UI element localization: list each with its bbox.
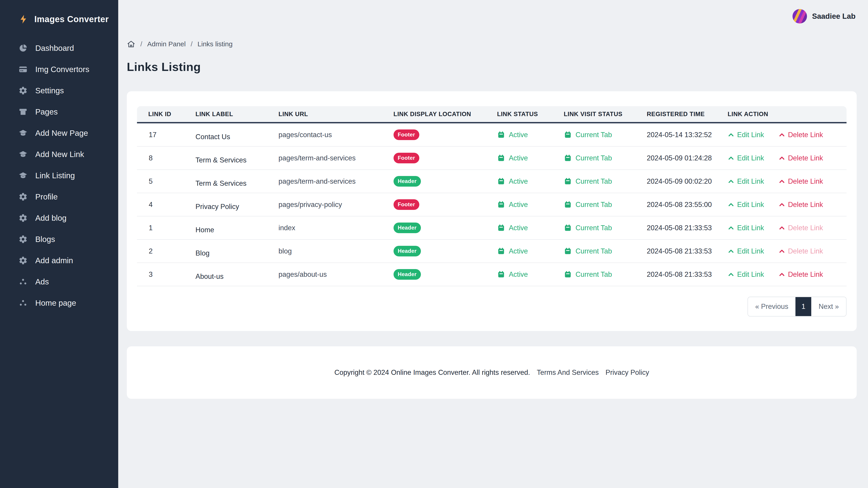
- cell-link-label[interactable]: Term & Services: [192, 170, 275, 193]
- sidebar-item-home-page[interactable]: Home page: [0, 292, 118, 314]
- table-row: 17 Contact Us pages/contact-us Footer Ac…: [137, 123, 846, 147]
- edit-link-button[interactable]: Edit Link: [727, 177, 764, 186]
- gear-icon: [19, 235, 28, 244]
- location-badge: Header: [394, 269, 421, 280]
- footer-link-terms[interactable]: Terms And Services: [537, 368, 599, 377]
- location-badge: Footer: [394, 199, 419, 210]
- status-text: Active: [509, 247, 528, 255]
- cell-link-label[interactable]: Privacy Policy: [192, 193, 275, 217]
- sidebar-item-link-listing[interactable]: Link Listing: [0, 165, 118, 186]
- delete-link-button[interactable]: Delete Link: [778, 224, 823, 232]
- gear-icon: [19, 256, 28, 265]
- chevron-up-icon: [778, 225, 785, 231]
- delete-link-button[interactable]: Delete Link: [778, 270, 823, 279]
- sidebar-item-pages[interactable]: Pages: [0, 101, 118, 123]
- pagination-previous-button[interactable]: « Previous: [748, 297, 796, 316]
- sidebar-item-add-new-page[interactable]: Add New Page: [0, 123, 118, 144]
- footer-link-privacy[interactable]: Privacy Policy: [606, 368, 649, 377]
- breadcrumb-separator: /: [191, 40, 192, 48]
- cell-link-label[interactable]: Blog: [192, 240, 275, 263]
- delete-link-button[interactable]: Delete Link: [778, 247, 823, 255]
- delete-link-button[interactable]: Delete Link: [778, 154, 823, 162]
- cell-link-url[interactable]: pages/term-and-services: [275, 170, 391, 193]
- col-registered-time: Registered Time: [644, 106, 724, 123]
- sidebar-item-settings[interactable]: Settings: [0, 80, 118, 101]
- cell-link-label[interactable]: Home: [192, 217, 275, 240]
- cell-display-location: Footer: [391, 193, 494, 217]
- brand-logo[interactable]: Images Converter: [0, 12, 118, 27]
- sidebar-item-img-convertors[interactable]: Img Convertors: [0, 59, 118, 80]
- cell-link-url[interactable]: index: [275, 217, 391, 240]
- edit-link-button[interactable]: Edit Link: [727, 247, 764, 255]
- copyright-text: Copyright © 2024 Online Images Converter…: [334, 368, 530, 377]
- visit-status-text: Current Tab: [576, 247, 612, 255]
- user-menu[interactable]: Saadiee Lab: [793, 9, 856, 24]
- status-text: Active: [509, 177, 528, 186]
- sidebar-item-label: Blogs: [35, 235, 55, 244]
- edit-link-button[interactable]: Edit Link: [727, 270, 764, 279]
- sidebar-item-ads[interactable]: Ads: [0, 271, 118, 292]
- pagination-current-page[interactable]: 1: [796, 297, 811, 316]
- sidebar-item-label: Home page: [35, 298, 76, 307]
- sidebar-item-add-admin[interactable]: Add admin: [0, 250, 118, 271]
- chevron-up-icon: [727, 155, 735, 162]
- breadcrumb-admin-panel[interactable]: Admin Panel: [147, 40, 186, 48]
- calendar-icon: [564, 270, 572, 279]
- calendar-icon: [564, 247, 572, 255]
- location-badge: Footer: [394, 129, 419, 140]
- sidebar-item-add-blog[interactable]: Add blog: [0, 207, 118, 229]
- chevron-up-icon: [778, 201, 785, 208]
- gear-icon: [19, 214, 28, 223]
- edit-link-button[interactable]: Edit Link: [727, 201, 764, 209]
- edit-link-button[interactable]: Edit Link: [727, 154, 764, 162]
- app-root: Images Converter Dashboard Img Convertor…: [0, 0, 868, 488]
- chevron-up-icon: [778, 178, 785, 185]
- edit-link-button[interactable]: Edit Link: [727, 131, 764, 139]
- cell-link-url[interactable]: pages/privacy-policy: [275, 193, 391, 217]
- calendar-icon: [497, 131, 505, 139]
- edit-link-button[interactable]: Edit Link: [727, 224, 764, 232]
- cell-display-location: Footer: [391, 147, 494, 170]
- home-icon[interactable]: [127, 40, 135, 48]
- sidebar-item-dashboard[interactable]: Dashboard: [0, 37, 118, 59]
- sidebar-item-label: Dashboard: [35, 43, 74, 53]
- sidebar-item-label: Img Convertors: [35, 65, 89, 74]
- delete-link-button[interactable]: Delete Link: [778, 131, 823, 139]
- cell-link-url[interactable]: blog: [275, 240, 391, 263]
- status-text: Active: [509, 270, 528, 279]
- cell-visit-status: Current Tab: [561, 217, 644, 240]
- cell-link-url[interactable]: pages/about-us: [275, 263, 391, 286]
- sidebar-item-profile[interactable]: Profile: [0, 186, 118, 207]
- graduation-cap-icon: [19, 171, 28, 180]
- sidebar-item-blogs[interactable]: Blogs: [0, 229, 118, 250]
- chevron-up-icon: [727, 225, 735, 231]
- sidebar-item-add-new-link[interactable]: Add New Link: [0, 144, 118, 165]
- cell-link-action: Edit Link Delete Link: [724, 193, 846, 217]
- status-text: Active: [509, 224, 528, 232]
- delete-link-button[interactable]: Delete Link: [778, 177, 823, 186]
- cell-link-label[interactable]: About-us: [192, 263, 275, 286]
- delete-link-button[interactable]: Delete Link: [778, 201, 823, 209]
- sidebar-item-label: Ads: [35, 277, 49, 286]
- cell-link-label[interactable]: Contact Us: [192, 123, 275, 147]
- pagination-next-button[interactable]: Next »: [811, 297, 846, 316]
- calendar-icon: [564, 224, 572, 232]
- status-text: Active: [509, 154, 528, 162]
- archive-icon: [19, 107, 28, 116]
- visit-status-text: Current Tab: [576, 131, 612, 139]
- cell-link-url[interactable]: pages/term-and-services: [275, 147, 391, 170]
- sidebar: Images Converter Dashboard Img Convertor…: [0, 0, 118, 488]
- col-link-url: Link URL: [275, 106, 391, 123]
- calendar-icon: [497, 177, 505, 186]
- table-row: 8 Term & Services pages/term-and-service…: [137, 147, 846, 170]
- cell-link-label[interactable]: Term & Services: [192, 147, 275, 170]
- breadcrumb: / Admin Panel / Links listing: [127, 40, 857, 48]
- cell-link-url[interactable]: pages/contact-us: [275, 123, 391, 147]
- sidebar-item-label: Link Listing: [35, 171, 75, 180]
- table-row: 5 Term & Services pages/term-and-service…: [137, 170, 846, 193]
- table-row: 3 About-us pages/about-us Header Active …: [137, 263, 846, 286]
- gear-icon: [19, 86, 28, 95]
- cell-link-status: Active: [494, 123, 561, 147]
- chevron-up-icon: [727, 131, 735, 138]
- cell-link-status: Active: [494, 170, 561, 193]
